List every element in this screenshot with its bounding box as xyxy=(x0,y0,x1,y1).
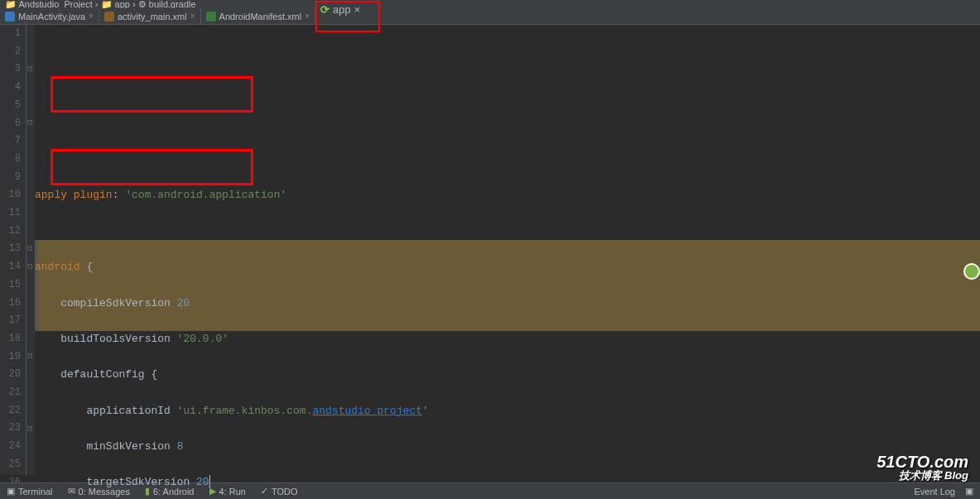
code-line[interactable] xyxy=(35,223,980,241)
fold-toggle-icon[interactable]: ⊟ xyxy=(27,420,33,439)
floating-badge[interactable] xyxy=(963,263,980,280)
line-number: 1 xyxy=(0,25,21,43)
code-line[interactable]: minSdkVersion 8 xyxy=(35,438,980,456)
tab-label: MainActivity.java xyxy=(18,12,85,22)
line-number: 4 xyxy=(0,79,21,97)
fold-toggle-icon[interactable]: ⊟ xyxy=(27,240,33,258)
code-line[interactable]: applicationId 'ui.frame.kinbos.com.andst… xyxy=(35,402,980,420)
breadcrumb-item[interactable]: 📁 Andstudio_Project xyxy=(5,0,93,8)
code-line[interactable]: android { xyxy=(35,258,980,276)
tab-android-manifest[interactable]: AndroidManifest.xml × xyxy=(201,8,316,25)
line-number: 3 xyxy=(0,60,21,79)
fold-gutter: ⊟ ⊟ ⊟ ⊟ ⊟ ⊟ xyxy=(26,25,35,475)
gradle-file-icon: ⟳ xyxy=(320,3,329,16)
fold-toggle-icon[interactable]: ⊟ xyxy=(27,258,33,276)
line-number: 16 xyxy=(0,295,21,313)
fold-toggle-icon[interactable]: ⊟ xyxy=(27,114,33,132)
editor-area: 1 2 3 4 5 6 7 8 9 10 11 12 13 14 15 16 1… xyxy=(0,25,980,475)
fold-toggle-icon[interactable]: ⊟ xyxy=(27,348,33,366)
code-line[interactable]: apply plugin: 'com.android.application' xyxy=(35,186,980,204)
line-number: 12 xyxy=(0,223,21,241)
line-number: 15 xyxy=(0,276,21,295)
line-number: 17 xyxy=(0,312,21,330)
close-icon[interactable]: × xyxy=(190,12,195,21)
text-caret xyxy=(209,475,210,488)
breadcrumb-bar: 📁 Andstudio_Project › 📁 app › ⚙ build.gr… xyxy=(0,0,980,8)
line-number: 9 xyxy=(0,169,21,187)
line-number: 8 xyxy=(0,151,21,169)
close-icon[interactable]: × xyxy=(89,12,94,21)
line-number: 14 xyxy=(0,258,21,276)
breadcrumb-item[interactable]: ⚙ build.gradle xyxy=(138,0,196,8)
manifest-file-icon xyxy=(206,12,216,22)
line-number: 23 xyxy=(0,420,21,438)
xml-file-icon xyxy=(104,12,114,22)
code-line[interactable]: targetSdkVersion 20 xyxy=(35,473,980,492)
line-number: 18 xyxy=(0,330,21,348)
code-editor[interactable]: apply plugin: 'com.android.application' … xyxy=(35,25,980,475)
line-number: 22 xyxy=(0,402,21,420)
tab-mainactivity[interactable]: MainActivity.java × xyxy=(0,8,99,25)
line-number: 24 xyxy=(0,438,21,456)
editor-tab-bar: MainActivity.java × activity_main.xml × … xyxy=(0,8,980,25)
tab-label: AndroidManifest.xml xyxy=(219,12,302,22)
code-line[interactable]: compileSdkVersion 20 xyxy=(35,295,980,313)
line-number: 2 xyxy=(0,43,21,61)
line-number: 7 xyxy=(0,132,21,151)
code-line[interactable]: defaultConfig { xyxy=(35,366,980,384)
watermark-logo: 51CTO.com 技术博客 Blog xyxy=(877,453,968,481)
java-file-icon xyxy=(5,12,15,22)
tab-activity-main-xml[interactable]: activity_main.xml × xyxy=(99,8,201,25)
line-number: 13 xyxy=(0,240,21,258)
line-number: 11 xyxy=(0,204,21,223)
close-icon[interactable]: × xyxy=(305,12,310,21)
close-icon[interactable]: × xyxy=(354,3,361,16)
annotation-red-box xyxy=(50,76,253,113)
line-number: 20 xyxy=(0,366,21,384)
line-number: 5 xyxy=(0,97,21,115)
code-line[interactable]: buildToolsVersion '20.0.0' xyxy=(35,330,980,348)
line-number: 21 xyxy=(0,384,21,402)
line-number: 10 xyxy=(0,186,21,204)
fold-toggle-icon[interactable]: ⊟ xyxy=(27,60,33,79)
tab-label: activity_main.xml xyxy=(118,12,187,22)
line-number: 19 xyxy=(0,348,21,367)
breadcrumb-item[interactable]: 📁 app xyxy=(101,0,130,8)
tab-label: app xyxy=(333,3,351,16)
line-number-gutter: 1 2 3 4 5 6 7 8 9 10 11 12 13 14 15 16 1… xyxy=(0,25,26,475)
line-number: 6 xyxy=(0,115,21,133)
line-number: 25 xyxy=(0,456,21,474)
